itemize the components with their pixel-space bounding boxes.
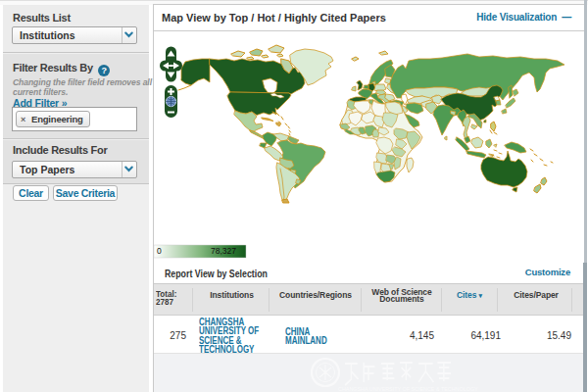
svg-text:0: 0 bbox=[157, 246, 162, 256]
svg-text:78,327: 78,327 bbox=[211, 246, 236, 256]
svg-text:CHANGSHA UNIVERSITY OF SCIENCE: CHANGSHA UNIVERSITY OF SCIENCE & TECHNOL… bbox=[338, 386, 478, 392]
